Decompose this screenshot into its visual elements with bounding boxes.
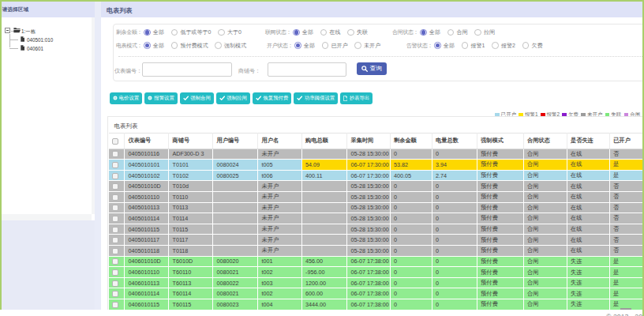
table-cell: 0 [432,256,477,267]
row-checkbox[interactable] [112,183,118,190]
radio-selected-icon[interactable] [434,42,441,49]
radio-option[interactable]: 报警1 [462,42,485,50]
radio-icon[interactable] [354,42,361,49]
radio-icon[interactable] [171,29,178,36]
radio-option[interactable]: 预付费模式 [171,42,208,50]
table-row[interactable]: 0406010113T601130080022t0031200.0006-07 … [109,277,644,288]
radio-icon[interactable] [492,42,499,49]
radio-option-label: 全部 [153,28,164,36]
table-cell: 失连 [567,299,609,310]
row-checkbox[interactable] [112,173,118,179]
radio-option[interactable]: 全部 [420,28,440,36]
radio-option-label: 失联 [357,28,368,36]
meter-no-input[interactable] [142,62,232,77]
action-button[interactable]: 报警设置 [144,92,178,104]
action-button[interactable]: 抄表导出 [340,92,373,104]
radio-option[interactable]: 大于0 [218,28,242,36]
radio-selected-icon[interactable] [294,42,301,49]
table-row[interactable]: 040601010DT6010D0080020t001456.0006-07 1… [109,256,644,267]
radio-icon[interactable] [218,29,225,36]
radio-option[interactable]: 合闸 [447,28,468,36]
radio-option[interactable]: 欠费 [522,42,543,50]
table-row[interactable]: 0405010110T0110未开户05-28 15:30:0000预付费合闸在… [109,191,644,202]
table-row[interactable]: 0405010115T0115未开户05-28 15:30:0000预付费合闸在… [109,224,644,235]
row-checkbox[interactable] [112,194,118,201]
table-row[interactable]: 0406010115T601150080023t0043444.0006-07 … [109,299,644,310]
radio-option[interactable]: 全部 [144,42,164,50]
radio-option[interactable]: 拉闸 [474,28,495,36]
radio-option[interactable]: 未开户 [354,42,380,50]
radio-option[interactable]: 在线 [320,28,341,36]
radio-option[interactable]: 低于或等于0 [171,28,212,36]
radio-icon[interactable] [320,29,328,36]
table-row[interactable]: 0405010116ADF300-D 3未开户05-28 15:30:0000预… [109,149,644,160]
table-row[interactable]: 0406010114T601140080021t002600.0006-07 1… [109,288,644,299]
shop-no-input[interactable] [268,62,346,77]
table-cell [213,235,258,246]
radio-icon[interactable] [522,42,530,49]
radio-option[interactable]: 报警2 [492,42,515,50]
page-title: 电表列表 [107,6,133,15]
radio-option[interactable]: 已开户 [322,42,348,50]
radio-selected-icon[interactable] [293,29,300,36]
row-checkbox[interactable] [112,248,118,254]
select-all-checkbox[interactable] [112,138,118,145]
row-checkbox[interactable] [112,162,118,168]
radio-selected-icon[interactable] [420,29,427,36]
row-checkbox[interactable] [112,216,118,222]
radio-selected-icon[interactable] [144,42,151,49]
table-cell: 预付费 [477,235,523,246]
search-button-label: 查询 [370,65,382,73]
radio-icon[interactable] [474,29,481,36]
action-button[interactable]: 强制合闸 [180,92,214,104]
radio-icon[interactable] [347,29,354,36]
search-button[interactable]: 查询 [357,62,388,75]
table-row[interactable]: 0405010118T0118未开户05-28 15:30:0000预付费合闸在… [109,245,644,256]
action-button[interactable]: 强制拉闸 [216,92,250,104]
row-checkbox[interactable] [112,269,118,276]
table-row[interactable]: 0405010113T0113未开户05-28 15:30:0000预付费合闸在… [109,202,644,213]
action-button[interactable]: 功率阈值设置 [294,92,338,104]
table-cell: 3.94 [432,160,477,171]
table-row[interactable]: 0406010110T601100080021t002-956.0006-07 … [109,267,644,278]
row-checkbox[interactable] [112,291,118,297]
radio-icon[interactable] [462,42,469,49]
row-checkbox[interactable] [112,237,118,243]
table-row[interactable]: 0405010114T0114未开户05-28 15:30:0000预付费合闸在… [109,213,644,224]
table-cell: T60115 [169,299,213,310]
row-checkbox[interactable] [112,151,118,157]
radio-option[interactable]: 强制模式 [215,42,246,50]
radio-selected-icon[interactable] [144,29,151,36]
action-button[interactable]: 电价设置 [110,92,143,104]
tree-node-label[interactable]: 1:一栋 [21,28,36,36]
radio-icon[interactable] [215,42,222,49]
row-checkbox[interactable] [112,205,118,211]
tree-node-label[interactable]: 040601 [27,46,43,51]
row-checkbox[interactable] [112,227,118,233]
radio-option[interactable]: 全部 [293,28,313,36]
radio-option[interactable]: 全部 [144,28,164,36]
table-row[interactable]: 0405010101T01010080024t00554.0906-07 17:… [109,160,644,171]
table-row[interactable]: 0405010102T01020080025t006400.1106-07 17… [109,170,644,181]
tree-collapse-icon[interactable] [5,28,10,33]
radio-option[interactable]: 全部 [294,42,315,50]
table-cell: 0 [390,191,432,202]
row-checkbox[interactable] [112,280,118,287]
radio-icon[interactable] [322,42,329,49]
radio-option-label: 已开户 [331,42,347,50]
table-cell: 否 [609,224,644,235]
filter-box: 剩余金额：全部低于或等于0大于0联网状态：全部在线失联合闸状态：全部合闸拉闸 电… [113,24,644,81]
table-cell: 0 [432,191,477,202]
table-row[interactable]: 0405010117T0117未开户05-28 15:30:0000预付费合闸在… [109,235,644,246]
radio-option[interactable]: 全部 [434,42,455,50]
row-checkbox[interactable] [112,258,118,265]
action-button[interactable]: 恢复预付费 [253,92,292,104]
radio-icon[interactable] [171,42,178,49]
tree-horizontal-scrollbar[interactable] [2,214,92,220]
radio-option[interactable]: 失联 [347,28,368,36]
row-checkbox[interactable] [112,302,118,308]
table-row[interactable]: 040501010DT010d未开户05-28 15:30:0000预付费合闸在… [109,181,644,192]
check-icon [183,96,189,101]
radio-icon[interactable] [447,29,455,36]
tree-node-label[interactable]: 040501:010 [27,37,53,43]
